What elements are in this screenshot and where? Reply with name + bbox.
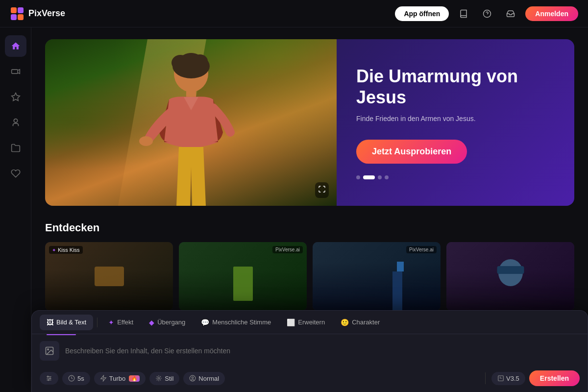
hero-banner: Die Umarmung vonJesus Finde Frieden in d… — [45, 39, 574, 206]
book-icon-button[interactable] — [455, 5, 472, 23]
svg-marker-25 — [100, 375, 106, 381]
hero-title: Die Umarmung vonJesus — [356, 66, 555, 108]
tab-erweitern-label: Erweitern — [298, 318, 325, 326]
badge-label-1: Kiss Kiss — [58, 247, 80, 253]
svg-point-13 — [181, 53, 201, 65]
video-grid: ✦ Kiss Kiss PixVerse.ai — [45, 242, 574, 311]
svg-point-21 — [48, 376, 49, 377]
tab-bild-text[interactable]: 🖼 Bild & Text — [40, 315, 93, 330]
tab-effekt[interactable]: ✦ Effekt — [101, 315, 140, 330]
tab-charakter-icon: 🙂 — [341, 318, 349, 326]
turbo-label: Turbo — [109, 375, 125, 382]
svg-point-28 — [192, 377, 194, 379]
video-badge-1: ✦ Kiss Kiss — [49, 246, 83, 254]
svg-rect-6 — [11, 70, 18, 74]
tab-charakter-label: Charakter — [352, 318, 380, 326]
svg-rect-2 — [11, 14, 17, 20]
prompt-input[interactable] — [65, 347, 580, 355]
dot-3[interactable] — [378, 175, 382, 179]
version-label: V3.5 — [506, 375, 519, 382]
logo-area: PixVerse — [10, 6, 65, 21]
nav-right: App öffnen Anmelden — [395, 5, 578, 23]
version-badge[interactable]: V3.5 — [491, 372, 525, 385]
app-open-button[interactable]: App öffnen — [395, 6, 449, 21]
normal-label: Normal — [198, 375, 219, 382]
watermark-3: PixVerse.ai — [406, 246, 437, 253]
stil-button[interactable]: Stil — [149, 372, 179, 385]
sidebar-item-favorites[interactable] — [5, 163, 26, 184]
pixverse-logo-icon — [10, 6, 24, 21]
svg-marker-7 — [11, 93, 20, 101]
svg-rect-1 — [18, 7, 24, 13]
sidebar-item-video[interactable] — [5, 61, 26, 82]
tab-menschliche-stimme[interactable]: 💬 Menschliche Stimme — [194, 315, 278, 330]
sidebar-item-effects[interactable] — [5, 86, 26, 108]
sidebar — [0, 27, 31, 392]
anmelden-button[interactable]: Anmelden — [525, 6, 578, 21]
normal-button[interactable]: Normal — [183, 372, 225, 385]
toolbar-input-area — [32, 335, 588, 367]
duration-label: 5s — [77, 375, 84, 382]
video-card-3[interactable]: PixVerse.ai — [313, 242, 441, 311]
sidebar-item-home[interactable] — [5, 35, 26, 57]
video-card-2[interactable]: PixVerse.ai — [179, 242, 307, 311]
hero-content: Die Umarmung vonJesus Finde Frieden in d… — [337, 39, 574, 206]
svg-rect-3 — [18, 14, 24, 20]
top-nav: PixVerse App öffnen Anmelden — [0, 0, 588, 27]
toolbar-tabs: 🖼 Bild & Text ✦ Effekt ◆ Übergang 💬 Mens… — [32, 311, 588, 334]
expand-icon[interactable] — [315, 182, 329, 198]
turbo-badge: 🔥 — [129, 375, 140, 382]
tab-bild-text-icon: 🖼 — [47, 318, 53, 326]
svg-point-22 — [49, 378, 50, 379]
help-icon-button[interactable] — [478, 5, 496, 23]
toolbar-popup: 🖼 Bild & Text ✦ Effekt ◆ Übergang 💬 Mens… — [31, 310, 588, 392]
video-card-1[interactable]: ✦ Kiss Kiss — [45, 242, 173, 311]
svg-point-17 — [48, 349, 49, 350]
tab-stimme-icon: 💬 — [201, 318, 209, 326]
sidebar-item-folder[interactable] — [5, 137, 26, 159]
app-name: PixVerse — [28, 8, 65, 19]
hero-dots — [356, 175, 555, 179]
erstellen-button[interactable]: Erstellen — [529, 370, 580, 386]
tab-stimme-label: Menschliche Stimme — [212, 318, 271, 326]
sidebar-item-character[interactable] — [5, 112, 26, 133]
tab-erweitern[interactable]: ⬜ Erweitern — [280, 315, 332, 330]
tab-divider — [97, 318, 98, 327]
toolbar-overlay: 🖼 Bild & Text ✦ Effekt ◆ Übergang 💬 Mens… — [31, 310, 588, 392]
svg-point-26 — [158, 377, 160, 379]
watermark-2: PixVerse.ai — [272, 246, 303, 253]
dot-2[interactable] — [363, 175, 375, 179]
badge-star-icon: ✦ — [52, 247, 56, 253]
tab-uebergang-label: Übergang — [157, 318, 185, 326]
discover-title: Entdecken — [45, 221, 574, 234]
tab-uebergang-icon: ◆ — [149, 318, 154, 326]
hero-subtitle: Finde Frieden in den Armen von Jesus. — [356, 114, 555, 124]
svg-point-23 — [48, 379, 49, 380]
svg-rect-0 — [11, 7, 17, 13]
video-card-4[interactable] — [446, 242, 574, 311]
tab-charakter[interactable]: 🙂 Charakter — [334, 315, 387, 330]
duration-button[interactable]: 5s — [62, 372, 90, 385]
inbox-icon-button[interactable] — [502, 5, 519, 23]
turbo-button[interactable]: Turbo 🔥 — [94, 372, 146, 385]
tab-bild-text-label: Bild & Text — [56, 318, 86, 326]
tab-erweitern-icon: ⬜ — [287, 318, 295, 326]
try-now-button[interactable]: Jetzt Ausprobieren — [356, 140, 467, 164]
tab-uebergang[interactable]: ◆ Übergang — [142, 315, 192, 330]
dot-4[interactable] — [385, 175, 389, 179]
tab-effekt-label: Effekt — [117, 318, 133, 326]
image-upload-icon[interactable] — [40, 341, 59, 361]
bottom-divider — [485, 372, 486, 384]
dot-1[interactable] — [356, 175, 360, 179]
tab-effekt-icon: ✦ — [108, 318, 114, 326]
settings-button[interactable] — [40, 372, 58, 385]
svg-point-15 — [139, 136, 153, 146]
stil-label: Stil — [165, 375, 173, 382]
svg-point-8 — [14, 119, 17, 122]
hero-image-section — [45, 39, 337, 206]
toolbar-bottom-row: 5s Turbo 🔥 Stil — [32, 367, 588, 392]
